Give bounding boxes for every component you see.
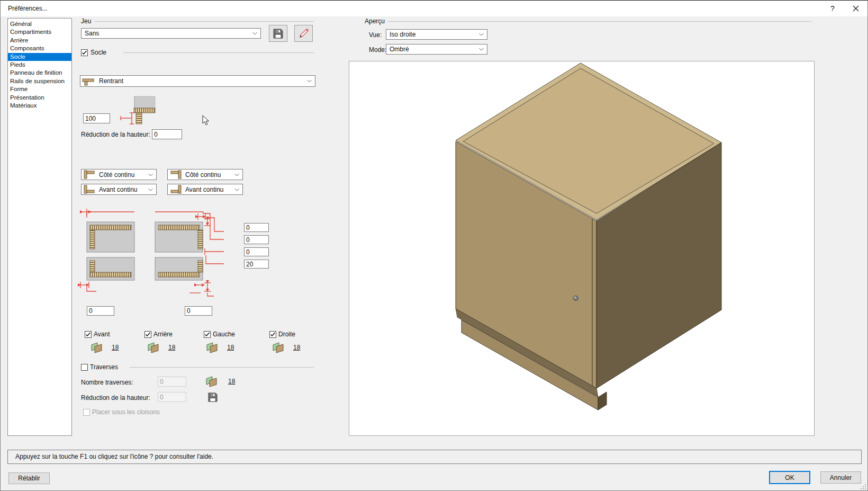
apercu-group-line (388, 21, 811, 22)
socle-checkbox[interactable] (81, 49, 88, 56)
sidebar-item-pieds[interactable]: Pieds (8, 61, 71, 69)
close-icon (852, 5, 860, 12)
sidebar-item-forme[interactable]: Forme (8, 85, 71, 93)
height-reduction-label: Réduction de la hauteur: (81, 131, 150, 138)
traverses-count-label: Nombre traverses: (81, 379, 133, 386)
chevron-down-icon (148, 188, 153, 191)
gauche-thickness-link[interactable]: 18 (227, 344, 234, 351)
traverses-checkbox[interactable] (81, 364, 88, 371)
traverses-reduction-label: Réduction de la hauteur: (81, 394, 150, 401)
corner-left-front-value: Avant continu (99, 186, 138, 193)
traverses-checkbox-label: Traverses (90, 363, 118, 371)
arriere-material-icon[interactable] (147, 342, 160, 353)
mode-label: Mode: (369, 46, 386, 53)
help-button[interactable]: ? (822, 1, 843, 16)
vue-label: Vue: (369, 31, 382, 39)
cabinet-3d-render (349, 61, 814, 435)
droite-material-icon[interactable] (272, 342, 285, 353)
gauche-material-icon[interactable] (206, 342, 219, 353)
preset-combobox[interactable]: Sans (81, 28, 261, 39)
traverses-save-icon[interactable] (207, 392, 219, 403)
save-preset-button[interactable] (269, 25, 287, 42)
titlebar: Préférences... ? (1, 1, 867, 16)
avant-thickness-link[interactable]: 18 (112, 344, 119, 351)
gauche-checkbox-label: Gauche (213, 331, 235, 338)
preferences-dialog: Préférences... ? Général Compartiments A… (0, 0, 868, 491)
checkmark-icon (145, 332, 151, 337)
arriere-checkbox[interactable] (144, 331, 151, 338)
status-text: Appuyez sur la touche F1 ou cliquez sur … (15, 453, 861, 460)
placer-sous-cloisons-checkbox[interactable] (83, 409, 90, 416)
droite-thickness-link[interactable]: 18 (293, 344, 300, 351)
avant-material-icon[interactable] (91, 342, 103, 353)
traverses-count-input[interactable] (158, 377, 186, 387)
inset-top-input[interactable] (244, 223, 269, 232)
offset-left-input[interactable] (87, 306, 114, 316)
close-button[interactable] (845, 1, 866, 16)
sidebar-item-general[interactable]: Général (8, 20, 71, 28)
sidebar-item-arriere[interactable]: Arrière (8, 37, 71, 44)
avant-checkbox[interactable] (85, 331, 92, 338)
preview-viewport[interactable] (349, 61, 815, 436)
jeu-group-line (95, 21, 314, 22)
inset-depth-input[interactable] (244, 260, 269, 269)
arriere-thickness-link[interactable]: 18 (168, 344, 175, 351)
floppy-disk-icon (273, 28, 284, 39)
traverses-thickness-link[interactable]: 18 (228, 378, 235, 385)
inset-low-input[interactable] (244, 247, 269, 256)
sidebar-item-compartiments[interactable]: Compartiments (8, 28, 71, 36)
edit-preset-button[interactable] (294, 25, 313, 42)
category-list[interactable]: Général Compartiments Arrière Composants… (7, 18, 72, 436)
socle-plan-diagram (77, 207, 236, 300)
socle-checkbox-label: Socle (91, 49, 106, 56)
traverses-group-line (130, 367, 314, 368)
jeu-group-label: Jeu (81, 17, 91, 25)
restore-button[interactable]: Rétablir (8, 472, 50, 484)
height-reduction-input[interactable] (152, 129, 182, 139)
mouse-cursor-icon (202, 115, 210, 126)
socle-type-value: Rentrant (99, 77, 123, 85)
socle-profile-diagram (80, 91, 165, 130)
corner-right-side-value: Côté continu (185, 171, 221, 178)
gauche-checkbox[interactable] (204, 331, 211, 338)
corner-right-front-value: Avant continu (185, 186, 224, 193)
apercu-group-label: Aperçu (365, 17, 385, 25)
sidebar-item-materiaux[interactable]: Matériaux (8, 102, 71, 110)
checkmark-icon (270, 332, 276, 337)
resize-grip[interactable] (860, 484, 866, 490)
corner-left-side-combobox[interactable]: Côté continu (81, 169, 157, 180)
front-continuous-left-icon (83, 185, 96, 194)
corner-right-front-combobox[interactable]: Avant continu (167, 184, 243, 195)
checkmark-icon (85, 332, 91, 337)
corner-right-side-combobox[interactable]: Côté continu (167, 169, 243, 180)
avant-checkbox-label: Avant (94, 331, 110, 338)
sidebar-item-presentation[interactable]: Présentation (8, 94, 71, 102)
traverses-reduction-input[interactable] (158, 392, 186, 402)
cancel-button[interactable]: Annuler (820, 471, 861, 484)
socle-type-combobox[interactable]: Rentrant (80, 75, 315, 87)
sidebar-item-composants[interactable]: Composants (8, 44, 71, 52)
checkmark-icon (204, 332, 210, 337)
socle-profile-icon (82, 77, 96, 86)
front-continuous-right-icon (169, 185, 182, 194)
sidebar-item-socle[interactable]: Socle (8, 53, 71, 61)
pencil-icon (298, 28, 310, 39)
offset-right-input[interactable] (185, 306, 212, 316)
chevron-down-icon (234, 188, 239, 191)
checkmark-icon (82, 50, 87, 56)
corner-left-front-combobox[interactable]: Avant continu (81, 184, 157, 195)
droite-checkbox[interactable] (269, 331, 276, 338)
chevron-down-icon (479, 48, 484, 51)
chevron-down-icon (307, 79, 312, 83)
sidebar-item-rails-de-suspension[interactable]: Rails de suspension (8, 77, 71, 85)
socle-group-line (123, 52, 314, 53)
sidebar-item-panneau-de-finition[interactable]: Panneau de finition (8, 69, 71, 77)
chevron-down-icon (252, 32, 257, 35)
mode-combobox[interactable]: Ombré (386, 44, 487, 55)
ok-button[interactable]: OK (769, 471, 810, 484)
traverses-material-icon[interactable] (205, 376, 218, 387)
inset-mid-input[interactable] (244, 235, 269, 244)
side-continuous-left-icon (83, 170, 96, 179)
socle-height-input[interactable] (83, 113, 110, 123)
vue-combobox[interactable]: Iso droite (386, 29, 487, 40)
